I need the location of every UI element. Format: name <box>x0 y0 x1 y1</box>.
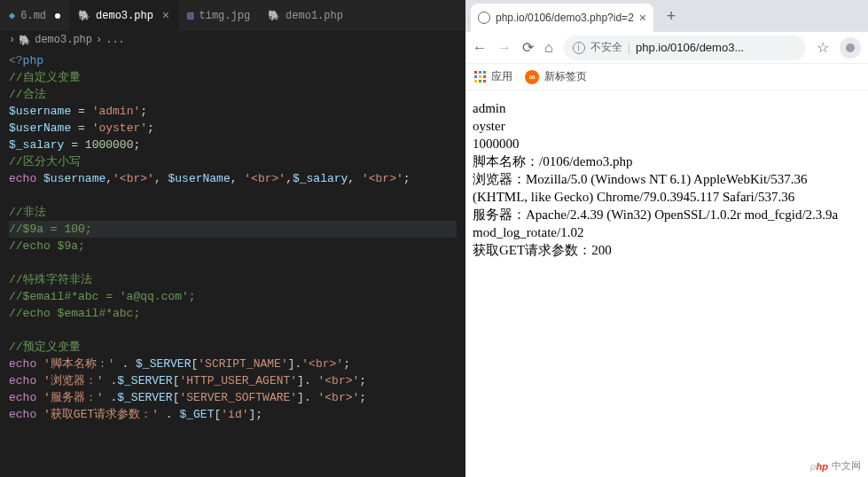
code-line: //非法 <box>9 204 457 221</box>
editor-tab[interactable]: 🐘demo3.php× <box>69 0 178 31</box>
file-icon: ◆ <box>9 9 15 22</box>
apps-shortcut[interactable]: 应用 <box>474 69 512 84</box>
code-line: //echo $email#*abc; <box>9 305 457 322</box>
tab-label: 6.md <box>20 10 46 22</box>
code-line: //预定义变量 <box>9 339 457 356</box>
code-line: //自定义变量 <box>9 69 457 86</box>
browser-toolbar: ← → ⟳ ⌂ i 不安全 | php.io/0106/demo3... ☆ <box>465 32 868 64</box>
code-line: $username = 'admin'; <box>9 103 457 120</box>
code-line: echo '获取GET请求参数：' . $_GET['id']; <box>9 406 457 423</box>
output-line: 脚本名称：/0106/demo3.php <box>473 152 861 170</box>
breadcrumb[interactable]: › 🐘 demo3.php › ... <box>0 31 465 49</box>
code-line: echo '浏览器：' .$_SERVER['HTTP_USER_AGENT']… <box>9 372 457 389</box>
watermark: php 中文网 <box>810 459 861 473</box>
back-button[interactable]: ← <box>473 40 487 56</box>
code-line: $userName = 'oyster'; <box>9 120 457 137</box>
php-file-icon: 🐘 <box>268 10 280 21</box>
output-line: 1000000 <box>473 135 861 152</box>
code-line: //特殊字符非法 <box>9 271 457 288</box>
code-line <box>9 187 457 204</box>
globe-icon <box>478 12 490 24</box>
output-line: admin <box>473 99 861 117</box>
code-line: echo '脚本名称：' . $_SERVER['SCRIPT_NAME'].'… <box>9 356 457 372</box>
code-line: //合法 <box>9 86 457 103</box>
image-file-icon: ▧ <box>187 9 193 22</box>
breadcrumb-section: ... <box>106 34 125 46</box>
bookmark-newtab[interactable]: ∞ 新标签页 <box>525 69 587 84</box>
code-line: //$9a = 100; <box>9 221 457 238</box>
reload-button[interactable]: ⟳ <box>522 39 534 56</box>
output-line: 服务器：Apache/2.4.39 (Win32) OpenSSL/1.0.2r… <box>473 206 861 241</box>
forward-button[interactable]: → <box>497 40 512 56</box>
output-line: 获取GET请求参数：200 <box>473 241 861 259</box>
tab-label: demo3.php <box>96 10 153 22</box>
code-area[interactable]: <?php//自定义变量//合法$username = 'admin';$use… <box>0 49 465 426</box>
code-line <box>9 322 457 339</box>
breadcrumb-file: demo3.php <box>35 34 92 46</box>
code-line: //$email#*abc = 'a@qq.com'; <box>9 288 457 305</box>
profile-avatar[interactable] <box>840 37 861 59</box>
chevron-right-icon: › <box>9 34 15 46</box>
close-icon[interactable]: × <box>639 11 646 25</box>
info-icon: i <box>573 42 585 54</box>
php-file-icon: 🐘 <box>78 10 90 21</box>
php-file-icon: 🐘 <box>19 35 31 46</box>
output-line: oyster <box>473 117 861 135</box>
browser-tab-strip: php.io/0106/demo3.php?id=2 × <box>465 0 868 32</box>
apps-label: 应用 <box>491 69 512 84</box>
watermark-text: 中文网 <box>832 459 861 473</box>
code-editor-pane: ◆6.md🐘demo3.php×▧timg.jpg🐘demo1.php › 🐘 … <box>0 0 465 477</box>
chevron-right-icon: › <box>96 34 102 46</box>
code-line: <?php <box>9 52 457 69</box>
editor-tab[interactable]: ▧timg.jpg <box>178 0 259 31</box>
code-line: //区分大小写 <box>9 153 457 170</box>
insecure-label: 不安全 <box>590 40 622 55</box>
browser-pane: php.io/0106/demo3.php?id=2 × ← → ⟳ ⌂ i 不… <box>465 0 868 477</box>
address-bar[interactable]: i 不安全 | php.io/0106/demo3... <box>564 35 806 60</box>
code-line: echo $username,'<br>', $userName, '<br>'… <box>9 170 457 187</box>
bookmarks-bar: 应用 ∞ 新标签页 <box>465 64 868 90</box>
browser-tab[interactable]: php.io/0106/demo3.php?id=2 × <box>471 4 653 32</box>
code-line <box>9 254 457 271</box>
editor-tab[interactable]: ◆6.md <box>0 0 69 31</box>
output-line: 浏览器：Mozilla/5.0 (Windows NT 6.1) AppleWe… <box>473 170 861 206</box>
newtab-icon: ∞ <box>525 70 539 84</box>
apps-icon <box>474 71 486 82</box>
new-tab-button[interactable] <box>659 4 684 28</box>
tab-label: demo1.php <box>285 10 343 22</box>
bookmark-star-icon[interactable]: ☆ <box>817 39 829 56</box>
tab-label: timg.jpg <box>199 10 251 22</box>
code-line: echo '服务器：' .$_SERVER['SERVER_SOFTWARE']… <box>9 389 457 406</box>
browser-tab-title: php.io/0106/demo3.php?id=2 <box>496 12 634 24</box>
code-line: //echo $9a; <box>9 238 457 254</box>
modified-dot-icon <box>55 13 60 19</box>
home-button[interactable]: ⌂ <box>544 40 553 56</box>
editor-tab-bar: ◆6.md🐘demo3.php×▧timg.jpg🐘demo1.php <box>0 0 465 31</box>
bookmark-label: 新标签页 <box>544 69 587 84</box>
close-icon[interactable]: × <box>162 9 169 23</box>
editor-tab[interactable]: 🐘demo1.php <box>259 0 352 31</box>
code-line: $_salary = 1000000; <box>9 137 457 153</box>
url-text: php.io/0106/demo3... <box>636 41 744 54</box>
page-content: adminoyster1000000脚本名称：/0106/demo3.php浏览… <box>465 90 868 268</box>
